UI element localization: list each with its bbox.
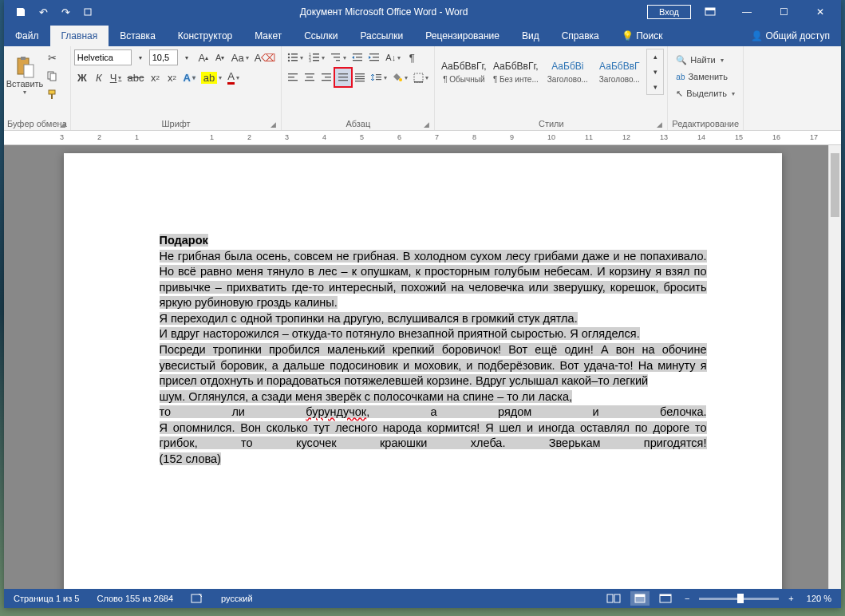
style-item-3[interactable]: АаБбВвГЗаголово...	[594, 49, 645, 95]
doc-text[interactable]: то ли бурундучок, а рядом и белочка.	[160, 405, 707, 418]
zoom-out-button[interactable]: −	[681, 592, 693, 605]
qat-customize-icon[interactable]	[77, 2, 98, 22]
doc-title[interactable]: Подарок	[160, 234, 208, 247]
font-color-button[interactable]: A	[225, 69, 242, 86]
borders-button[interactable]	[411, 69, 431, 86]
line-spacing-button[interactable]	[369, 69, 389, 86]
paste-button[interactable]: Вставить ▾	[7, 49, 42, 101]
decrease-indent-button[interactable]	[349, 49, 365, 66]
style-name: Заголово...	[596, 75, 642, 84]
highlight-button[interactable]: ab	[199, 69, 224, 86]
select-button[interactable]: ↖ Выделить ▾	[671, 85, 740, 101]
bullets-button[interactable]	[285, 49, 306, 66]
doc-text[interactable]: (152 слова)	[160, 452, 221, 465]
tab-review[interactable]: Рецензирование	[414, 26, 511, 46]
page[interactable]: Подарок Не грибная была осень, совсем не…	[64, 153, 782, 589]
tab-search[interactable]: 💡 Поиск	[610, 26, 674, 46]
align-left-button[interactable]	[285, 69, 301, 86]
ribbon-display-icon[interactable]	[693, 1, 728, 23]
font-name-input[interactable]	[74, 49, 132, 65]
view-read-icon[interactable]	[603, 591, 624, 606]
shading-button[interactable]	[390, 69, 410, 86]
status-language[interactable]: русский	[218, 592, 255, 605]
style-item-2[interactable]: АаБбВіЗаголово...	[542, 49, 593, 95]
status-page[interactable]: Страница 1 из 5	[10, 592, 82, 605]
font-size-dd-icon[interactable]: ▾	[179, 49, 195, 66]
zoom-slider-thumb[interactable]	[737, 594, 744, 603]
tab-insert[interactable]: Вставка	[109, 26, 167, 46]
style-item-1[interactable]: АаБбВвГг,¶ Без инте...	[490, 49, 541, 95]
save-icon[interactable]	[10, 2, 31, 22]
doc-text[interactable]: Я опомнился. Вон сколько тут лесного нар…	[160, 421, 707, 450]
zoom-slider[interactable]	[699, 598, 779, 600]
multilevel-list-button[interactable]	[328, 49, 349, 66]
maximize-icon[interactable]: ☐	[766, 1, 801, 23]
increase-indent-button[interactable]	[366, 49, 382, 66]
cut-button[interactable]: ✂	[44, 49, 60, 66]
show-marks-button[interactable]: ¶	[404, 49, 420, 66]
tab-references[interactable]: Ссылки	[293, 26, 349, 46]
doc-text[interactable]: Я переходил с одной тропинки на другую, …	[160, 312, 578, 325]
paragraph-launcher-icon[interactable]: ◢	[424, 120, 429, 128]
styles-scroll-up-icon[interactable]: ▴	[647, 49, 663, 64]
clear-formatting-button[interactable]: A⌫	[252, 49, 278, 66]
status-proofing-icon[interactable]	[188, 591, 207, 606]
strikethrough-button[interactable]: abc	[124, 69, 146, 86]
tab-mailings[interactable]: Рассылки	[349, 26, 414, 46]
undo-icon[interactable]: ↶	[33, 2, 53, 22]
italic-button[interactable]: К	[91, 69, 107, 86]
align-right-button[interactable]	[318, 69, 334, 86]
styles-scroll-down-icon[interactable]: ▾	[647, 65, 663, 79]
tab-view[interactable]: Вид	[511, 26, 551, 46]
minimize-icon[interactable]: —	[729, 1, 764, 23]
qat-more-icon[interactable]	[100, 2, 120, 22]
superscript-button[interactable]: x2	[164, 69, 180, 86]
scrollbar-thumb[interactable]	[831, 153, 839, 217]
sort-button[interactable]: A↓	[383, 49, 403, 66]
close-icon[interactable]: ✕	[803, 1, 838, 23]
doc-text[interactable]: И вдруг насторожился – откуда-то потянул…	[160, 327, 640, 340]
shrink-font-button[interactable]: A▾	[212, 49, 228, 66]
styles-launcher-icon[interactable]: ◢	[657, 120, 662, 128]
tab-help[interactable]: Справка	[551, 26, 610, 46]
document-area[interactable]: Подарок Не грибная была осень, совсем не…	[4, 145, 841, 589]
copy-button[interactable]	[44, 67, 60, 85]
tab-share[interactable]: 👤 Общий доступ	[740, 26, 841, 46]
subscript-button[interactable]: x2	[147, 69, 163, 86]
horizontal-ruler[interactable]: 3211234567891011121314151617	[4, 131, 841, 145]
signin-button[interactable]: Вход	[647, 5, 691, 19]
align-justify-button[interactable]	[335, 69, 351, 86]
view-print-icon[interactable]	[630, 591, 650, 606]
find-button[interactable]: 🔍 Найти ▾	[671, 52, 728, 68]
doc-text[interactable]: Посреди тропинки пробился маленький креп…	[160, 343, 707, 387]
status-words[interactable]: Слово 155 из 2684	[93, 592, 176, 605]
tab-design[interactable]: Конструктор	[167, 26, 243, 46]
underline-button[interactable]: Ч	[108, 69, 124, 86]
bold-button[interactable]: Ж	[74, 69, 90, 86]
distributed-button[interactable]	[352, 69, 368, 86]
text-effects-button[interactable]: A	[180, 69, 197, 86]
numbering-button[interactable]: 123	[306, 49, 327, 66]
tab-layout[interactable]: Макет	[243, 26, 293, 46]
redo-icon[interactable]: ↷	[55, 2, 76, 22]
change-case-button[interactable]: Aa	[229, 49, 251, 66]
zoom-level[interactable]: 120 %	[804, 592, 835, 605]
tab-file[interactable]: Файл	[4, 26, 50, 46]
spell-error[interactable]: бурундучок	[306, 405, 366, 418]
doc-text[interactable]: Не грибная была осень, совсем не грибная…	[160, 250, 707, 310]
view-web-icon[interactable]	[656, 591, 675, 606]
clipboard-launcher-icon[interactable]: ◢	[60, 120, 65, 128]
format-painter-button[interactable]	[44, 85, 60, 103]
doc-text[interactable]: шум. Оглянулся, а сзади меня зверёк с по…	[160, 390, 572, 403]
font-size-input[interactable]	[149, 49, 178, 65]
zoom-in-button[interactable]: +	[785, 592, 796, 605]
vertical-scrollbar[interactable]	[828, 145, 841, 589]
style-item-0[interactable]: АаБбВвГг,¶ Обычный	[438, 49, 489, 95]
font-launcher-icon[interactable]: ◢	[270, 120, 276, 128]
align-center-button[interactable]	[302, 69, 318, 86]
replace-button[interactable]: ab Заменить	[671, 69, 732, 85]
tab-home[interactable]: Главная	[50, 26, 109, 46]
font-name-dd-icon[interactable]: ▾	[132, 49, 148, 66]
grow-font-button[interactable]: A▴	[195, 49, 211, 66]
styles-more-icon[interactable]: ▾	[647, 80, 663, 94]
